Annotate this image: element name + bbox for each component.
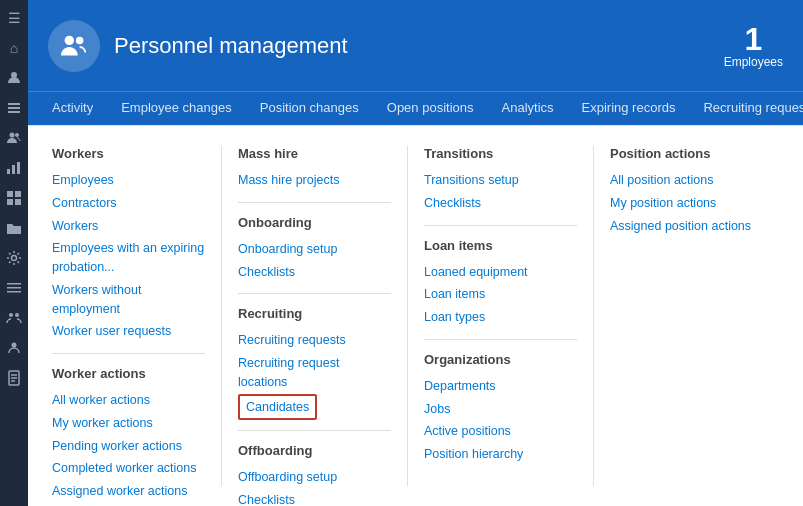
loan-items-section-title: Loan items (424, 238, 577, 253)
organizations-section-title: Organizations (424, 352, 577, 367)
offboarding-section-title: Offboarding (238, 443, 391, 458)
link-recruiting-requests[interactable]: Recruiting requests (238, 329, 391, 352)
nav-activity[interactable]: Activity (38, 92, 107, 125)
col-hiring: Mass hire Mass hire projects Onboarding … (222, 146, 408, 486)
link-completed-worker-actions[interactable]: Completed worker actions (52, 457, 205, 480)
link-all-position-actions[interactable]: All position actions (610, 169, 763, 192)
link-contractors[interactable]: Contractors (52, 192, 205, 215)
nav-recruiting-requests[interactable]: Recruiting requests (689, 92, 803, 125)
svg-rect-10 (15, 191, 21, 197)
link-jobs[interactable]: Jobs (424, 398, 577, 421)
link-my-position-actions[interactable]: My position actions (610, 192, 763, 215)
link-offboarding-checklists[interactable]: Checklists (238, 489, 391, 506)
onboarding-section-title: Onboarding (238, 215, 391, 230)
col-workers: Workers Employees Contractors Workers Em… (52, 146, 222, 486)
link-loan-types[interactable]: Loan types (424, 306, 577, 329)
sidebar-lines-icon[interactable] (0, 274, 28, 302)
link-departments[interactable]: Departments (424, 375, 577, 398)
col1-divider (52, 353, 205, 354)
nav-bar: Activity Employee changes Position chang… (28, 91, 803, 125)
position-actions-section-title: Position actions (610, 146, 763, 161)
link-transitions-checklists[interactable]: Checklists (424, 192, 577, 215)
col3-divider1 (424, 225, 577, 226)
sidebar-doc-icon[interactable] (0, 364, 28, 392)
link-my-worker-actions[interactable]: My worker actions (52, 412, 205, 435)
svg-rect-3 (8, 111, 20, 113)
link-offboarding-setup[interactable]: Offboarding setup (238, 466, 391, 489)
employee-label: Employees (724, 55, 783, 69)
svg-rect-11 (7, 199, 13, 205)
svg-point-4 (10, 133, 15, 138)
page-header: Personnel management 1 Employees (28, 0, 803, 91)
col2-divider2 (238, 293, 391, 294)
links-dropdown: Workers Employees Contractors Workers Em… (28, 125, 803, 506)
link-workers-no-employment[interactable]: Workers without employment (52, 279, 205, 321)
col-position-actions: Position actions All position actions My… (594, 146, 779, 486)
col-transitions: Transitions Transitions setup Checklists… (408, 146, 594, 486)
nav-employee-changes[interactable]: Employee changes (107, 92, 246, 125)
nav-analytics[interactable]: Analytics (488, 92, 568, 125)
sidebar-team-icon[interactable] (0, 304, 28, 332)
svg-rect-2 (8, 107, 20, 109)
link-workers[interactable]: Workers (52, 215, 205, 238)
link-candidates[interactable]: Candidates (238, 394, 317, 421)
svg-point-25 (76, 36, 84, 44)
col3-divider2 (424, 339, 577, 340)
link-employees[interactable]: Employees (52, 169, 205, 192)
link-recruiting-request-locations[interactable]: Recruiting request locations (238, 352, 391, 394)
svg-point-19 (12, 343, 17, 348)
main-content: Personnel management 1 Employees Activit… (28, 0, 803, 506)
nav-open-positions[interactable]: Open positions (373, 92, 488, 125)
link-assigned-position-actions[interactable]: Assigned position actions (610, 215, 763, 238)
link-transitions-setup[interactable]: Transitions setup (424, 169, 577, 192)
svg-rect-14 (7, 283, 21, 285)
link-employees-probation[interactable]: Employees with an expiring probation... (52, 237, 205, 279)
sidebar-user-icon[interactable] (0, 64, 28, 92)
employee-count: 1 (724, 23, 783, 55)
worker-actions-section-title: Worker actions (52, 366, 205, 381)
sidebar-grid-icon[interactable] (0, 184, 28, 212)
sidebar-person2-icon[interactable] (0, 334, 28, 362)
sidebar-menu-icon[interactable]: ☰ (0, 4, 28, 32)
svg-rect-1 (8, 103, 20, 105)
link-pending-worker-actions[interactable]: Pending worker actions (52, 435, 205, 458)
svg-rect-16 (7, 291, 21, 293)
link-position-hierarchy[interactable]: Position hierarchy (424, 443, 577, 466)
recruiting-section-title: Recruiting (238, 306, 391, 321)
sidebar-folder-icon[interactable] (0, 214, 28, 242)
svg-rect-6 (7, 169, 10, 174)
link-all-worker-actions[interactable]: All worker actions (52, 389, 205, 412)
svg-rect-15 (7, 287, 21, 289)
transitions-section-title: Transitions (424, 146, 577, 161)
mass-hire-section-title: Mass hire (238, 146, 391, 161)
sidebar-gear-icon[interactable] (0, 244, 28, 272)
nav-position-changes[interactable]: Position changes (246, 92, 373, 125)
svg-point-17 (9, 313, 13, 317)
link-mass-hire-projects[interactable]: Mass hire projects (238, 169, 391, 192)
svg-rect-8 (17, 162, 20, 174)
svg-rect-9 (7, 191, 13, 197)
workers-section-title: Workers (52, 146, 205, 161)
link-onboarding-setup[interactable]: Onboarding setup (238, 238, 391, 261)
nav-expiring-records[interactable]: Expiring records (568, 92, 690, 125)
sidebar-chart-icon[interactable] (0, 154, 28, 182)
link-worker-user-requests[interactable]: Worker user requests (52, 320, 205, 343)
sidebar-list-icon[interactable] (0, 94, 28, 122)
svg-point-13 (12, 256, 17, 261)
header-icon (48, 20, 100, 72)
col2-divider1 (238, 202, 391, 203)
link-loaned-equipment[interactable]: Loaned equipment (424, 261, 577, 284)
link-loan-items[interactable]: Loan items (424, 283, 577, 306)
link-assigned-worker-actions[interactable]: Assigned worker actions (52, 480, 205, 503)
page-title: Personnel management (114, 33, 348, 59)
sidebar-people-icon[interactable] (0, 124, 28, 152)
svg-rect-12 (15, 199, 21, 205)
link-onboarding-checklists[interactable]: Checklists (238, 261, 391, 284)
svg-point-24 (65, 35, 74, 44)
employee-stat: 1 Employees (724, 23, 783, 69)
link-active-positions[interactable]: Active positions (424, 420, 577, 443)
col2-divider3 (238, 430, 391, 431)
sidebar-home-icon[interactable]: ⌂ (0, 34, 28, 62)
svg-point-5 (15, 133, 19, 137)
sidebar: ☰ ⌂ (0, 0, 28, 506)
